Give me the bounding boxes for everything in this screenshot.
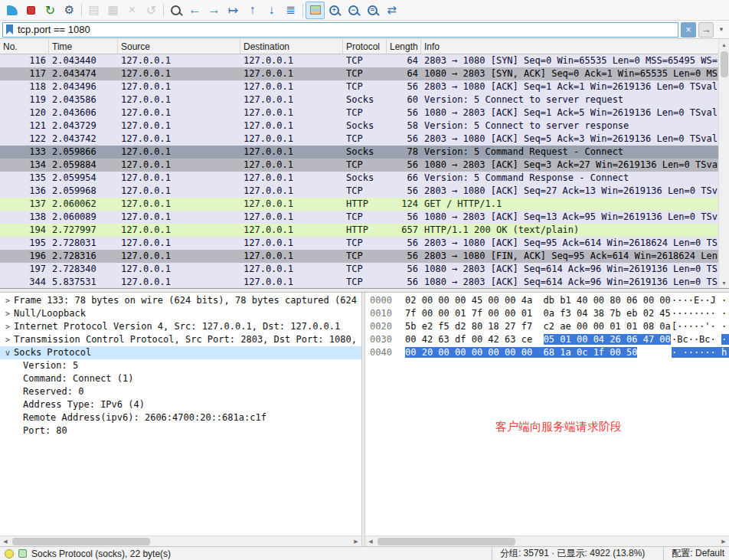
capture-options-button[interactable]: ⚙ xyxy=(60,2,79,19)
column-header-no[interactable]: No. xyxy=(0,39,49,54)
hex-ascii[interactable]: [·····'· ········ xyxy=(672,321,729,332)
hex-ascii[interactable]: · ······ h····P xyxy=(672,347,729,358)
scrollbar-thumb[interactable] xyxy=(721,51,728,77)
capture-comment-icon[interactable] xyxy=(18,549,27,558)
column-header-protocol[interactable]: Protocol xyxy=(343,39,387,54)
detail-line[interactable]: Port: 80 xyxy=(0,424,361,437)
display-filter-input[interactable]: tcp.port == 1080 xyxy=(2,22,678,38)
restart-capture-button[interactable]: ↻ xyxy=(41,2,60,19)
scrollbar-thumb[interactable] xyxy=(378,538,515,545)
filter-apply-button[interactable]: → xyxy=(698,22,714,38)
packet-row[interactable]: 1962.728316127.0.0.1127.0.0.1TCP562803 →… xyxy=(0,250,718,263)
hex-bytes[interactable]: 7f 00 00 01 7f 00 00 01 0a f3 04 38 7b e… xyxy=(405,307,672,320)
zoom-out-button[interactable]: − xyxy=(344,2,363,19)
scroll-up-icon[interactable]: ▲ xyxy=(719,39,729,50)
go-back-button[interactable]: ← xyxy=(185,2,204,19)
bytes-hscrollbar[interactable]: ◀ ▶ xyxy=(365,535,729,546)
open-file-button[interactable]: ▤ xyxy=(84,2,103,19)
expand-arrow-icon[interactable]: v xyxy=(2,346,14,359)
close-file-button[interactable]: × xyxy=(123,2,142,19)
hex-line[interactable]: 004000 20 00 00 00 00 00 00 68 1a 0c 1f … xyxy=(370,346,729,359)
go-first-packet-button[interactable]: ↑ xyxy=(243,2,262,19)
resize-columns-button[interactable]: ⇄ xyxy=(382,2,401,19)
scrollbar-thumb[interactable] xyxy=(12,538,150,545)
hex-bytes[interactable]: 00 42 63 df 00 42 63 ce 05 01 00 04 26 0… xyxy=(405,333,672,346)
collapse-arrow-icon[interactable]: > xyxy=(2,333,14,346)
packet-row[interactable]: 1202.043606127.0.0.1127.0.0.1TCP561080 →… xyxy=(0,106,718,120)
packet-row[interactable]: 1942.727997127.0.0.1127.0.0.1HTTP657HTTP… xyxy=(0,224,718,237)
scroll-right-icon[interactable]: ▶ xyxy=(718,536,729,547)
hex-line[interactable]: 000002 00 00 00 45 00 00 4a db b1 40 00 … xyxy=(370,294,729,307)
scroll-down-icon[interactable]: ▼ xyxy=(719,277,729,288)
detail-line[interactable]: Remote Address(ipv6): 2606:4700:20::681a… xyxy=(0,411,361,424)
scroll-right-icon[interactable]: ▶ xyxy=(351,536,361,547)
expert-info-icon[interactable] xyxy=(5,549,14,558)
filter-clear-button[interactable]: × xyxy=(681,22,696,38)
column-header-source[interactable]: Source xyxy=(118,39,240,54)
detail-line[interactable]: Address Type: IPv6 (4) xyxy=(0,398,361,411)
detail-line[interactable]: >Frame 133: 78 bytes on wire (624 bits),… xyxy=(0,294,361,307)
packet-row[interactable]: 1352.059954127.0.0.1127.0.0.1Socks66Vers… xyxy=(0,172,718,185)
details-hscroll-track[interactable] xyxy=(11,536,351,546)
packet-row[interactable]: 1972.728340127.0.0.1127.0.0.1TCP561080 →… xyxy=(0,263,718,276)
packet-row[interactable]: 1952.728031127.0.0.1127.0.0.1TCP562803 →… xyxy=(0,237,718,250)
packet-row[interactable]: 1332.059866127.0.0.1127.0.0.1Socks78Vers… xyxy=(0,146,718,159)
hex-line[interactable]: 003000 42 63 df 00 42 63 ce 05 01 00 04 … xyxy=(370,333,729,346)
filter-text[interactable]: tcp.port == 1080 xyxy=(18,24,675,35)
go-forward-button[interactable]: → xyxy=(204,2,224,19)
hex-bytes[interactable]: 00 20 00 00 00 00 00 00 68 1a 0c 1f 00 5… xyxy=(405,346,672,359)
status-profile[interactable]: 配置: Default xyxy=(663,547,724,560)
column-header-length[interactable]: Length xyxy=(387,39,421,54)
hex-bytes[interactable]: 5b e2 f5 d2 80 18 27 f7 c2 ae 00 00 01 0… xyxy=(405,320,672,333)
hex-line[interactable]: 00107f 00 00 01 7f 00 00 01 0a f3 04 38 … xyxy=(370,307,729,320)
detail-line[interactable]: >Null/Loopback xyxy=(0,307,361,320)
go-last-packet-button[interactable]: ↓ xyxy=(262,2,281,19)
packet-row[interactable]: 1212.043729127.0.0.1127.0.0.1Socks58Vers… xyxy=(0,120,718,133)
column-header-time[interactable]: Time xyxy=(49,39,118,54)
packet-row[interactable]: 1372.060062127.0.0.1127.0.0.1HTTP124GET … xyxy=(0,198,718,211)
detail-line[interactable]: Command: Connect (1) xyxy=(0,372,361,385)
column-header-info[interactable]: Info xyxy=(421,39,718,54)
cell-destination: 127.0.0.1 xyxy=(240,172,343,185)
packet-row[interactable]: 1342.059884127.0.0.1127.0.0.1TCP561080 →… xyxy=(0,159,718,172)
packet-row[interactable]: 1172.043474127.0.0.1127.0.0.1TCP641080 →… xyxy=(0,67,718,80)
detail-line[interactable]: >Internet Protocol Version 4, Src: 127.0… xyxy=(0,320,361,333)
go-to-packet-button[interactable]: ↦ xyxy=(224,2,243,19)
hex-ascii[interactable]: ····E··J ··@····· xyxy=(672,295,729,306)
collapse-arrow-icon[interactable]: > xyxy=(2,320,14,333)
hex-bytes[interactable]: 02 00 00 00 45 00 00 4a db b1 40 00 80 0… xyxy=(405,294,672,307)
auto-scroll-button[interactable]: ≣ xyxy=(281,2,300,19)
hex-line[interactable]: 00205b e2 f5 d2 80 18 27 f7 c2 ae 00 00 … xyxy=(370,320,729,333)
packet-row[interactable]: 1382.060089127.0.0.1127.0.0.1TCP561080 →… xyxy=(0,211,718,224)
zoom-in-button[interactable]: + xyxy=(325,2,344,19)
collapse-arrow-icon[interactable]: > xyxy=(2,307,14,320)
filter-bookmark-icon[interactable] xyxy=(6,25,13,34)
collapse-arrow-icon[interactable]: > xyxy=(2,294,14,307)
find-packet-button[interactable] xyxy=(166,2,185,19)
packet-row[interactable]: 1362.059968127.0.0.1127.0.0.1TCP562803 →… xyxy=(0,185,718,198)
detail-line[interactable]: Reserved: 0 xyxy=(0,385,361,398)
detail-line[interactable]: vSocks Protocol xyxy=(0,346,361,359)
filter-dropdown-icon[interactable]: ▼ xyxy=(716,22,727,38)
packet-list-scrollbar[interactable]: ▲ ▼ xyxy=(718,39,729,288)
scroll-left-icon[interactable]: ◀ xyxy=(365,536,376,547)
details-hscrollbar[interactable]: ◀ ▶ xyxy=(0,535,361,546)
zoom-100-button[interactable]: = xyxy=(363,2,382,19)
detail-line[interactable]: Version: 5 xyxy=(0,359,361,372)
bytes-hscroll-track[interactable] xyxy=(376,536,718,546)
packet-row[interactable]: 1162.043440127.0.0.1127.0.0.1TCP642803 →… xyxy=(0,54,718,67)
packet-row[interactable]: 3445.837531127.0.0.1127.0.0.1TCP561080 →… xyxy=(0,276,718,289)
hex-ascii[interactable]: ········ ···8{··E xyxy=(672,308,729,319)
packet-row[interactable]: 1192.043586127.0.0.1127.0.0.1Socks60Vers… xyxy=(0,93,718,106)
hex-ascii[interactable]: ·Bc··Bc· ····&·G· xyxy=(672,334,729,345)
stop-capture-button[interactable] xyxy=(21,2,41,19)
packet-row[interactable]: 1222.043742127.0.0.1127.0.0.1TCP562803 →… xyxy=(0,133,718,146)
colorize-packets-button[interactable] xyxy=(306,2,325,19)
scroll-left-icon[interactable]: ◀ xyxy=(0,536,11,547)
column-header-destination[interactable]: Destination xyxy=(240,39,343,54)
packet-row[interactable]: 1182.043496127.0.0.1127.0.0.1TCP562803 →… xyxy=(0,80,718,93)
reload-file-button[interactable]: ↺ xyxy=(142,2,161,19)
start-capture-button[interactable] xyxy=(2,2,21,19)
save-file-button[interactable]: ▦ xyxy=(103,2,123,19)
detail-line[interactable]: >Transmission Control Protocol, Src Port… xyxy=(0,333,361,346)
